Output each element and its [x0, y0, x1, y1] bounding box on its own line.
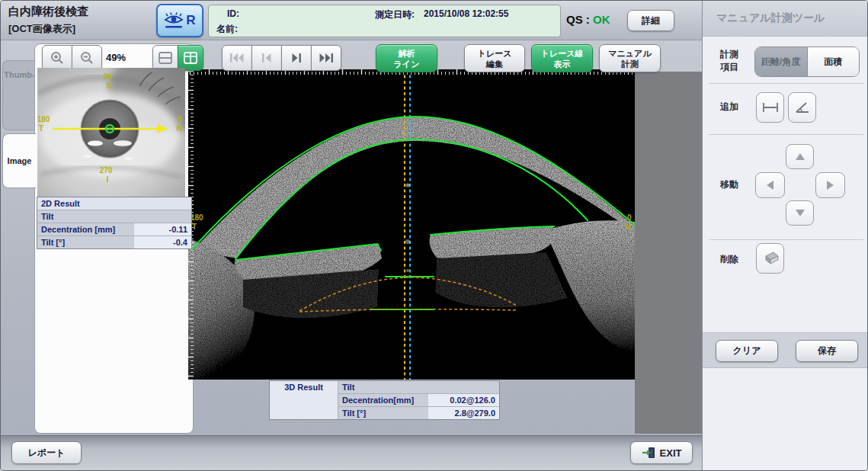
move-up-button[interactable]	[786, 144, 814, 169]
axis-label-s: S	[107, 82, 112, 90]
oct-label-n: N	[626, 223, 631, 231]
tab-thumbnail[interactable]: Thumb-	[2, 60, 36, 130]
result-3d-table: 3D Result Tilt Decentration[mm] 0.02@126…	[269, 380, 500, 420]
actions-bar: クリア 保存	[703, 332, 868, 368]
qs-status: QS : OK	[566, 13, 610, 26]
divider	[709, 134, 863, 135]
analysis-line-label2: ライン	[394, 59, 420, 69]
result-3d-row-label: Decentration[mm]	[338, 394, 428, 406]
delete-label: 削除	[720, 253, 738, 266]
exit-label: EXIT	[660, 447, 682, 459]
layout-grid-button[interactable]	[178, 45, 203, 71]
trace-edit-button[interactable]: トレース 編集	[464, 44, 525, 72]
table-row: Tilt [°] -0.4	[37, 236, 191, 248]
delete-eraser-button[interactable]	[756, 243, 784, 274]
axis-label-n: N	[176, 124, 181, 133]
page-subtitle: [OCT画像表示]	[8, 22, 75, 36]
measure-item-label: 計測 項目	[720, 48, 738, 74]
tab-image[interactable]: Image	[2, 133, 36, 188]
axis-label-270: 270	[100, 166, 113, 175]
application-window: 白内障術後検査 [OCT画像表示] R ID: 名前: 測定日時: 2015/1…	[0, 0, 868, 471]
eye-icon	[164, 11, 184, 30]
result-2d-row-label: Decentration [mm]	[37, 223, 134, 236]
add-distance-button[interactable]	[756, 92, 784, 123]
result-2d-title: 2D Result	[37, 197, 191, 210]
manual-measure-panel: マニュアル計測ツール 計測 項目 距離/角度 面積 追加 移動	[702, 1, 868, 471]
trace-edit-label2: 編集	[486, 59, 503, 69]
oct-label-0: 0	[627, 213, 632, 222]
prev-frame-icon	[261, 53, 273, 63]
save-button[interactable]: 保存	[796, 340, 858, 362]
add-angle-button[interactable]	[788, 92, 816, 123]
eraser-icon	[761, 252, 780, 265]
divider	[709, 83, 863, 84]
angle-measure-icon	[795, 101, 810, 114]
distance-measure-icon	[762, 102, 779, 113]
measure-type-segment: 距離/角度 面積	[754, 46, 860, 77]
axis-label-0: 0	[178, 115, 182, 123]
manual-measure-label2: 計測	[622, 59, 639, 69]
eye-side-label: R	[186, 13, 195, 28]
segment-distance-angle[interactable]: 距離/角度	[755, 47, 808, 76]
manual-measure-button[interactable]: マニュアル 計測	[599, 44, 661, 72]
axis-label-180: 180	[37, 115, 50, 123]
trace-display-button[interactable]: トレース線 表示	[531, 44, 593, 72]
zoom-out-button[interactable]	[72, 45, 102, 71]
next-frame-button[interactable]	[281, 45, 312, 71]
arrow-left-icon	[767, 181, 774, 190]
oct-bscan-view[interactable]: 180 T 0 N	[188, 69, 635, 380]
manual-measure-label1: マニュアル	[608, 48, 651, 59]
exit-button[interactable]: EXIT	[630, 441, 693, 464]
oct-label-180: 180	[191, 213, 203, 222]
result-2d-row-label: Tilt [°]	[37, 236, 134, 248]
last-frame-icon	[319, 53, 334, 63]
prev-frame-button[interactable]	[251, 45, 282, 71]
detail-button[interactable]: 詳細	[627, 10, 674, 31]
table-row: Decentration[mm] 0.02@126.0	[338, 393, 499, 406]
patient-info-panel: ID: 名前: 測定日時: 2015/10/08 12:02:55	[208, 5, 561, 37]
analysis-line-button[interactable]: 解析 ライン	[376, 44, 437, 72]
measure-item-label1: 計測	[720, 48, 738, 61]
page-title: 白内障術後検査	[8, 5, 88, 19]
result-2d-section: Tilt	[37, 210, 191, 223]
table-row: Decentration [mm] -0.11	[37, 223, 191, 236]
layout-single-button[interactable]	[152, 45, 178, 71]
result-3d-row-value: 2.8@279.0	[428, 407, 499, 419]
id-label: ID:	[227, 8, 239, 19]
segment-area[interactable]: 面積	[808, 47, 860, 76]
result-2d-table: 2D Result Tilt Decentration [mm] -0.11 T…	[37, 197, 192, 249]
clear-button[interactable]: クリア	[716, 340, 778, 362]
table-row: Tilt [°] 2.8@279.0	[338, 406, 499, 419]
move-right-button[interactable]	[815, 172, 845, 198]
move-left-button[interactable]	[755, 172, 785, 198]
arrow-up-icon	[796, 153, 805, 160]
trace-display-label1: トレース線	[541, 48, 584, 59]
trace-display-label2: 表示	[554, 59, 571, 69]
exit-icon	[642, 447, 655, 459]
result-2d-row-value: -0.11	[134, 223, 191, 236]
axis-label-90: 90	[103, 72, 112, 81]
last-frame-button[interactable]	[311, 45, 341, 71]
axis-label-i: I	[107, 175, 109, 184]
report-button[interactable]: レポート	[11, 441, 82, 464]
zoom-percent: 49%	[106, 52, 126, 63]
zoom-in-button[interactable]	[42, 45, 72, 71]
header-bar: 白内障術後検査 [OCT画像表示] R ID: 名前: 測定日時: 2015/1…	[1, 1, 702, 40]
qs-label: QS :	[566, 13, 590, 26]
result-3d-row-value: 0.02@126.0	[428, 394, 499, 406]
next-frame-icon	[290, 53, 303, 63]
panel-title: マニュアル計測ツール	[703, 1, 868, 37]
eye-side-indicator[interactable]: R	[156, 4, 203, 37]
divider	[709, 239, 863, 240]
axis-label-t: T	[39, 124, 43, 133]
move-down-button[interactable]	[786, 200, 814, 226]
trace-edit-label1: トレース	[478, 48, 512, 59]
name-label: 名前:	[216, 23, 238, 36]
qs-value: OK	[593, 13, 610, 26]
arrow-right-icon	[827, 181, 834, 190]
first-frame-button[interactable]	[222, 45, 252, 71]
footer-bar	[1, 435, 702, 471]
datetime-value: 2015/10/08 12:02:55	[424, 8, 508, 19]
fundus-thumbnail[interactable]: 90 S 270 I 180 T 0 N	[37, 68, 185, 197]
datetime-label: 測定日時:	[375, 8, 415, 21]
